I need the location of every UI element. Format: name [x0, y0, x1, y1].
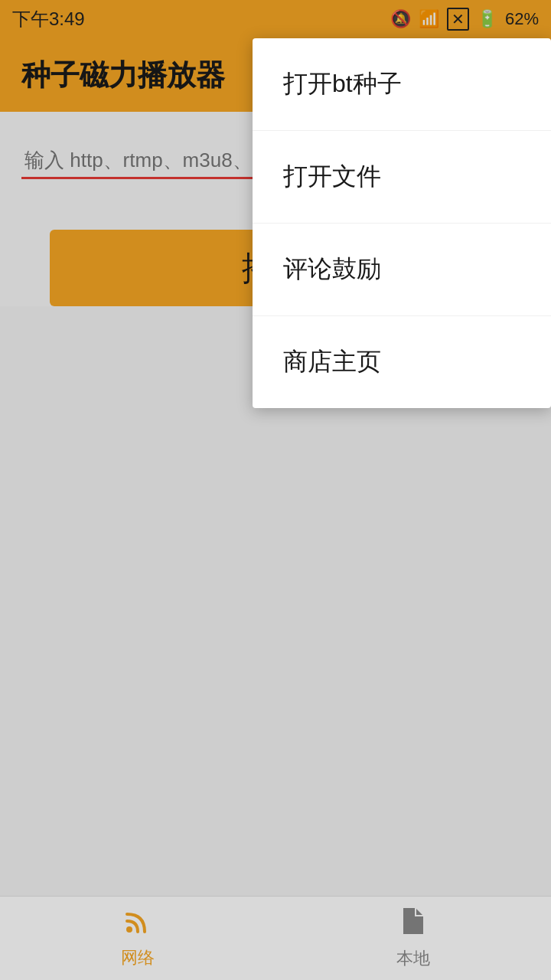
menu-item-store[interactable]: 商店主页	[253, 316, 551, 408]
dropdown-overlay[interactable]: 打开bt种子 打开文件 评论鼓励 商店主页	[0, 0, 551, 980]
menu-item-review[interactable]: 评论鼓励	[253, 224, 551, 316]
menu-item-open-file[interactable]: 打开文件	[253, 131, 551, 224]
dropdown-menu: 打开bt种子 打开文件 评论鼓励 商店主页	[253, 38, 551, 408]
menu-item-open-bt[interactable]: 打开bt种子	[253, 38, 551, 131]
